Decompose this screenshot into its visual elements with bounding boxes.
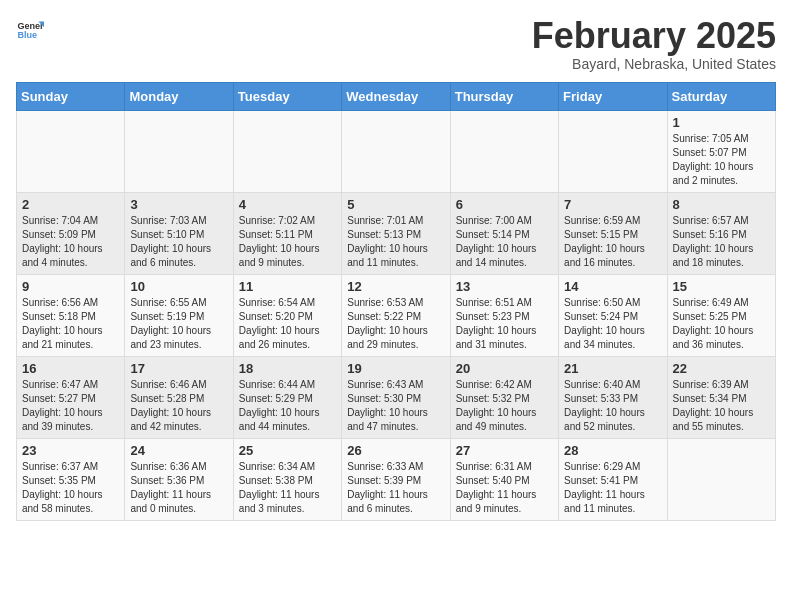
day-info: Sunrise: 6:54 AM Sunset: 5:20 PM Dayligh… [239,296,336,352]
calendar-cell: 3Sunrise: 7:03 AM Sunset: 5:10 PM Daylig… [125,192,233,274]
day-number: 1 [673,115,770,130]
calendar-cell: 14Sunrise: 6:50 AM Sunset: 5:24 PM Dayli… [559,274,667,356]
day-info: Sunrise: 6:43 AM Sunset: 5:30 PM Dayligh… [347,378,444,434]
title-block: February 2025 Bayard, Nebraska, United S… [532,16,776,72]
day-info: Sunrise: 6:42 AM Sunset: 5:32 PM Dayligh… [456,378,553,434]
calendar-cell: 2Sunrise: 7:04 AM Sunset: 5:09 PM Daylig… [17,192,125,274]
calendar-cell: 28Sunrise: 6:29 AM Sunset: 5:41 PM Dayli… [559,438,667,520]
day-number: 16 [22,361,119,376]
day-info: Sunrise: 6:51 AM Sunset: 5:23 PM Dayligh… [456,296,553,352]
day-info: Sunrise: 7:04 AM Sunset: 5:09 PM Dayligh… [22,214,119,270]
day-info: Sunrise: 7:02 AM Sunset: 5:11 PM Dayligh… [239,214,336,270]
day-number: 8 [673,197,770,212]
day-number: 25 [239,443,336,458]
day-info: Sunrise: 6:29 AM Sunset: 5:41 PM Dayligh… [564,460,661,516]
day-number: 9 [22,279,119,294]
calendar-cell: 21Sunrise: 6:40 AM Sunset: 5:33 PM Dayli… [559,356,667,438]
weekday-header-sunday: Sunday [17,82,125,110]
calendar-cell: 11Sunrise: 6:54 AM Sunset: 5:20 PM Dayli… [233,274,341,356]
day-info: Sunrise: 6:49 AM Sunset: 5:25 PM Dayligh… [673,296,770,352]
calendar-cell [342,110,450,192]
day-info: Sunrise: 6:57 AM Sunset: 5:16 PM Dayligh… [673,214,770,270]
calendar-cell [667,438,775,520]
day-number: 28 [564,443,661,458]
calendar-cell: 9Sunrise: 6:56 AM Sunset: 5:18 PM Daylig… [17,274,125,356]
calendar-cell: 25Sunrise: 6:34 AM Sunset: 5:38 PM Dayli… [233,438,341,520]
day-info: Sunrise: 6:36 AM Sunset: 5:36 PM Dayligh… [130,460,227,516]
day-number: 11 [239,279,336,294]
day-info: Sunrise: 6:34 AM Sunset: 5:38 PM Dayligh… [239,460,336,516]
calendar-cell: 19Sunrise: 6:43 AM Sunset: 5:30 PM Dayli… [342,356,450,438]
weekday-header-friday: Friday [559,82,667,110]
calendar-cell [450,110,558,192]
day-number: 18 [239,361,336,376]
calendar-cell: 1Sunrise: 7:05 AM Sunset: 5:07 PM Daylig… [667,110,775,192]
weekday-header-thursday: Thursday [450,82,558,110]
calendar-week-1: 1Sunrise: 7:05 AM Sunset: 5:07 PM Daylig… [17,110,776,192]
calendar-cell: 10Sunrise: 6:55 AM Sunset: 5:19 PM Dayli… [125,274,233,356]
calendar-cell [559,110,667,192]
weekday-header-tuesday: Tuesday [233,82,341,110]
calendar-week-4: 16Sunrise: 6:47 AM Sunset: 5:27 PM Dayli… [17,356,776,438]
day-info: Sunrise: 6:55 AM Sunset: 5:19 PM Dayligh… [130,296,227,352]
day-number: 24 [130,443,227,458]
svg-text:Blue: Blue [17,30,37,40]
calendar-cell: 22Sunrise: 6:39 AM Sunset: 5:34 PM Dayli… [667,356,775,438]
calendar-cell [17,110,125,192]
calendar-cell: 6Sunrise: 7:00 AM Sunset: 5:14 PM Daylig… [450,192,558,274]
day-info: Sunrise: 6:47 AM Sunset: 5:27 PM Dayligh… [22,378,119,434]
day-number: 17 [130,361,227,376]
calendar-cell: 15Sunrise: 6:49 AM Sunset: 5:25 PM Dayli… [667,274,775,356]
day-number: 2 [22,197,119,212]
weekday-header-saturday: Saturday [667,82,775,110]
calendar-week-5: 23Sunrise: 6:37 AM Sunset: 5:35 PM Dayli… [17,438,776,520]
calendar-cell: 8Sunrise: 6:57 AM Sunset: 5:16 PM Daylig… [667,192,775,274]
weekday-header-wednesday: Wednesday [342,82,450,110]
calendar-cell: 13Sunrise: 6:51 AM Sunset: 5:23 PM Dayli… [450,274,558,356]
calendar-cell: 7Sunrise: 6:59 AM Sunset: 5:15 PM Daylig… [559,192,667,274]
day-info: Sunrise: 6:46 AM Sunset: 5:28 PM Dayligh… [130,378,227,434]
day-number: 3 [130,197,227,212]
day-number: 10 [130,279,227,294]
day-number: 27 [456,443,553,458]
day-info: Sunrise: 6:40 AM Sunset: 5:33 PM Dayligh… [564,378,661,434]
day-number: 15 [673,279,770,294]
weekday-header-monday: Monday [125,82,233,110]
calendar-cell: 17Sunrise: 6:46 AM Sunset: 5:28 PM Dayli… [125,356,233,438]
day-info: Sunrise: 6:39 AM Sunset: 5:34 PM Dayligh… [673,378,770,434]
calendar-cell: 16Sunrise: 6:47 AM Sunset: 5:27 PM Dayli… [17,356,125,438]
day-number: 22 [673,361,770,376]
day-info: Sunrise: 7:01 AM Sunset: 5:13 PM Dayligh… [347,214,444,270]
logo: General Blue [16,16,44,44]
day-number: 6 [456,197,553,212]
day-info: Sunrise: 6:44 AM Sunset: 5:29 PM Dayligh… [239,378,336,434]
day-info: Sunrise: 6:33 AM Sunset: 5:39 PM Dayligh… [347,460,444,516]
calendar-cell: 4Sunrise: 7:02 AM Sunset: 5:11 PM Daylig… [233,192,341,274]
day-number: 23 [22,443,119,458]
day-info: Sunrise: 6:59 AM Sunset: 5:15 PM Dayligh… [564,214,661,270]
calendar-table: SundayMondayTuesdayWednesdayThursdayFrid… [16,82,776,521]
day-number: 12 [347,279,444,294]
calendar-cell [125,110,233,192]
day-info: Sunrise: 7:03 AM Sunset: 5:10 PM Dayligh… [130,214,227,270]
day-number: 21 [564,361,661,376]
calendar-cell: 12Sunrise: 6:53 AM Sunset: 5:22 PM Dayli… [342,274,450,356]
day-info: Sunrise: 7:00 AM Sunset: 5:14 PM Dayligh… [456,214,553,270]
calendar-week-3: 9Sunrise: 6:56 AM Sunset: 5:18 PM Daylig… [17,274,776,356]
day-info: Sunrise: 6:31 AM Sunset: 5:40 PM Dayligh… [456,460,553,516]
page-header: General Blue February 2025 Bayard, Nebra… [16,16,776,72]
calendar-cell: 23Sunrise: 6:37 AM Sunset: 5:35 PM Dayli… [17,438,125,520]
day-number: 20 [456,361,553,376]
day-number: 7 [564,197,661,212]
calendar-week-2: 2Sunrise: 7:04 AM Sunset: 5:09 PM Daylig… [17,192,776,274]
day-info: Sunrise: 6:50 AM Sunset: 5:24 PM Dayligh… [564,296,661,352]
day-number: 5 [347,197,444,212]
calendar-cell: 26Sunrise: 6:33 AM Sunset: 5:39 PM Dayli… [342,438,450,520]
day-number: 13 [456,279,553,294]
logo-icon: General Blue [16,16,44,44]
calendar-cell: 18Sunrise: 6:44 AM Sunset: 5:29 PM Dayli… [233,356,341,438]
day-info: Sunrise: 6:56 AM Sunset: 5:18 PM Dayligh… [22,296,119,352]
calendar-cell: 24Sunrise: 6:36 AM Sunset: 5:36 PM Dayli… [125,438,233,520]
day-number: 19 [347,361,444,376]
day-info: Sunrise: 7:05 AM Sunset: 5:07 PM Dayligh… [673,132,770,188]
